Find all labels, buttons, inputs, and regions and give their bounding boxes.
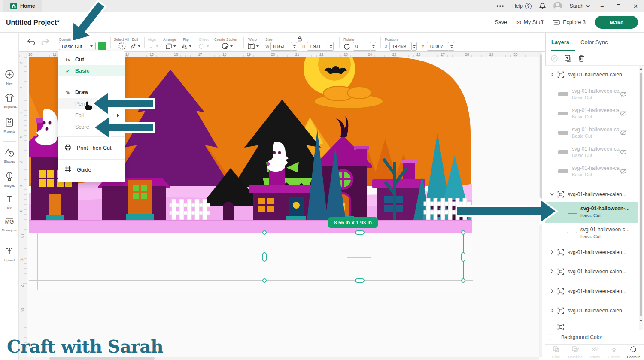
width-stepper[interactable] [292, 42, 297, 51]
position-x-stepper[interactable] [412, 42, 417, 51]
selection-handle-top-mid[interactable] [355, 230, 365, 235]
selection-handle-top-left[interactable] [262, 230, 267, 235]
menu-item-foil[interactable]: Foil [58, 110, 125, 121]
layer-group-row[interactable]: svg-01-halloween-calen... [545, 306, 639, 316]
position-x-input[interactable]: 19.469 [389, 42, 412, 51]
layer-group-row[interactable] [545, 322, 639, 330]
sidebar-item-new[interactable]: New [0, 70, 19, 85]
menu-item-pen[interactable]: Pen [58, 98, 125, 109]
layer-row-hidden[interactable]: svg-01-halloween-ca... Basic Cut [545, 145, 639, 162]
action-flatten[interactable]: Flatten [605, 346, 623, 359]
position-y-stepper[interactable] [449, 42, 454, 51]
sidebar-item-templates[interactable]: Templates [0, 94, 19, 109]
chevron-right-icon[interactable] [550, 72, 554, 77]
scroll-up-icon[interactable] [639, 68, 643, 70]
layer-row-selected[interactable]: svg-01-halloween-... Basic Cut [545, 202, 638, 223]
menu-item-basic[interactable]: ✓ Basic [58, 65, 125, 76]
layer-row-hidden[interactable]: svg-01-halloween-ca... Basic Cut [545, 164, 639, 182]
window-close-button[interactable]: ✕ [631, 3, 641, 9]
color-swatch[interactable] [98, 42, 106, 50]
background-color-checkbox[interactable] [550, 334, 556, 340]
operation-dropdown[interactable]: Basic Cut [59, 42, 96, 50]
horizontal-scrollbar[interactable] [19, 357, 539, 360]
menu-item-draw[interactable]: ✎ Draw [58, 87, 125, 98]
ungroup-icon[interactable] [550, 54, 558, 62]
selection-handle-mid-right[interactable] [461, 252, 465, 262]
height-stepper[interactable] [328, 42, 334, 51]
chevron-right-icon[interactable] [550, 250, 554, 254]
menu-item-cut[interactable]: ✂ Cut [58, 54, 125, 65]
tab-color-sync[interactable]: Color Sync [580, 33, 608, 52]
layer-group-row[interactable]: svg-01-halloween-calen... [545, 248, 639, 258]
selection-bounding-box[interactable] [265, 233, 464, 281]
sidebar-item-upload[interactable]: Upload [0, 247, 19, 262]
selection-handle-top-right[interactable] [461, 230, 465, 235]
tab-layers[interactable]: Layers [551, 33, 569, 52]
sidebar-item-shapes[interactable]: Shapes [0, 148, 19, 163]
vertical-scrollbar[interactable] [539, 52, 542, 357]
layer-row-hidden[interactable]: svg-01-halloween-ca... Basic Cut [545, 126, 639, 143]
offset-icon[interactable] [198, 43, 209, 50]
more-menu-icon[interactable]: ••• [497, 3, 505, 9]
select-all-icon[interactable] [118, 42, 126, 50]
menu-item-print-then-cut[interactable]: Print Then Cut [58, 142, 125, 154]
chevron-down-icon[interactable] [550, 192, 554, 197]
layer-group-row[interactable]: svg-01-halloween-calen... [545, 190, 639, 200]
layer-group-row[interactable]: svg-01-halloween-calen... [545, 267, 639, 277]
selection-handle-bottom-right[interactable] [461, 278, 465, 283]
user-avatar[interactable] [553, 2, 562, 10]
tab-home[interactable]: Home [3, 0, 42, 12]
menu-item-guide[interactable]: Guide [58, 164, 125, 175]
action-contour[interactable]: Contour [624, 346, 643, 359]
explore-machine-button[interactable]: Explore 3 [553, 19, 586, 25]
chevron-right-icon[interactable] [550, 269, 554, 274]
edit-pencil-icon[interactable] [130, 43, 140, 50]
menu-item-score[interactable]: Score [58, 121, 125, 133]
position-y-input[interactable]: 10.007 [427, 42, 449, 51]
hidden-eye-icon[interactable] [620, 91, 627, 97]
sidebar-item-projects[interactable]: Projects [0, 118, 19, 133]
help-menu[interactable]: Help ? [512, 3, 532, 9]
size-lock-icon[interactable] [297, 36, 302, 42]
selection-handle-bottom-left[interactable] [262, 278, 267, 283]
window-minimize-button[interactable]: – [598, 3, 606, 9]
layer-row-hidden[interactable]: svg-01-halloween-ca... Basic Cut [545, 87, 639, 104]
width-input[interactable]: 8.563 [270, 42, 292, 51]
user-menu[interactable]: Sarah [570, 3, 590, 9]
my-stuff-button[interactable]: ✉ My Stuff [516, 19, 543, 26]
rotate-input[interactable]: 0 [353, 42, 371, 51]
selection-handle-mid-left[interactable] [262, 252, 267, 262]
chevron-right-icon[interactable] [550, 308, 554, 313]
layer-group-row[interactable]: svg-01-halloween-calen... [545, 287, 639, 297]
arrange-icon[interactable] [165, 43, 176, 50]
duplicate-icon[interactable] [564, 54, 572, 62]
layer-row-child[interactable]: svg-01-halloween-c... Basic Cut [545, 226, 639, 243]
redo-icon[interactable] [40, 38, 50, 46]
flip-icon[interactable] [181, 43, 191, 50]
make-button[interactable]: Make [595, 16, 638, 29]
window-maximize-button[interactable] [614, 3, 623, 9]
create-sticker-icon[interactable] [222, 42, 233, 50]
hidden-eye-icon[interactable] [620, 130, 627, 136]
rotate-stepper[interactable] [371, 42, 376, 51]
notifications-bell-icon[interactable] [539, 3, 546, 9]
action-combine[interactable]: Combine [566, 346, 585, 359]
undo-icon[interactable] [27, 38, 36, 46]
layer-row-hidden[interactable]: svg-01-halloween-ca... Basic Cut [545, 106, 639, 124]
save-button[interactable]: Save [495, 19, 507, 25]
hidden-eye-icon[interactable] [620, 169, 627, 174]
sidebar-item-text[interactable]: T Text [0, 195, 19, 210]
chevron-right-icon[interactable] [550, 289, 554, 293]
sidebar-item-images[interactable]: Images [0, 172, 19, 188]
panel-scrollbar[interactable] [639, 66, 643, 330]
action-slice[interactable]: Slice [547, 346, 565, 359]
rotate-icon[interactable] [343, 43, 350, 50]
height-input[interactable]: 1.931 [307, 42, 328, 51]
hidden-eye-icon[interactable] [620, 111, 627, 116]
warp-icon[interactable] [247, 43, 259, 50]
sidebar-item-monogram[interactable]: MG Monogram [0, 217, 19, 232]
selection-handle-bottom-mid[interactable] [355, 278, 365, 283]
scroll-down-icon[interactable] [639, 320, 643, 322]
hidden-eye-icon[interactable] [620, 149, 627, 155]
action-attach[interactable]: Attach [585, 346, 604, 359]
